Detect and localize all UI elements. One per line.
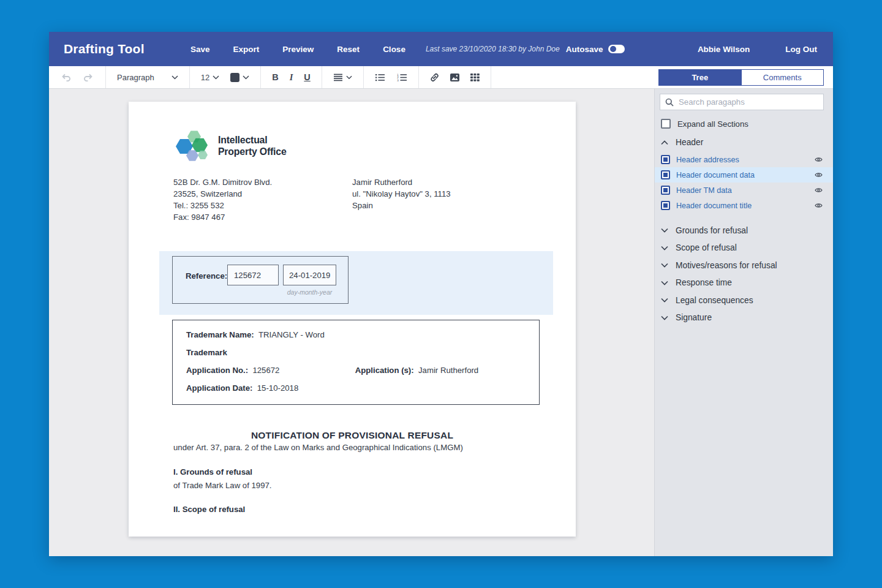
chevron-up-icon bbox=[661, 140, 668, 145]
section-label: Motives/reasons for refusal bbox=[676, 261, 777, 270]
alignment-dropdown[interactable] bbox=[332, 72, 353, 83]
tree-sidebar: Expand all Sections Header Header addres… bbox=[654, 89, 833, 556]
section1-title: I. Grounds of refusal bbox=[173, 467, 252, 477]
chevron-down-icon bbox=[243, 75, 249, 80]
bold-button[interactable]: B bbox=[271, 71, 279, 83]
visibility-eye-icon[interactable] bbox=[814, 156, 823, 163]
export-button[interactable]: Export bbox=[233, 45, 260, 54]
application-no: Application No.: 125672 bbox=[186, 365, 353, 376]
font-size-dropdown[interactable]: 12 bbox=[200, 72, 221, 83]
ipo-logo-icon bbox=[173, 129, 210, 163]
tab-tree[interactable]: Tree bbox=[658, 69, 742, 86]
item-checkbox[interactable] bbox=[661, 186, 670, 195]
last-save-status: Last save 23/10/2020 18:30 by John Doe bbox=[426, 45, 560, 53]
item-label: Header TM data bbox=[676, 186, 808, 195]
document-title: NOTIFICATION OF PROVISIONAL REFUSAL bbox=[129, 430, 576, 441]
chevron-down-icon bbox=[661, 298, 668, 303]
tree-item-header-document-title[interactable]: Header document title bbox=[655, 198, 833, 213]
italic-button[interactable]: I bbox=[288, 71, 295, 84]
trademark-type-label: Trademark bbox=[186, 347, 526, 358]
header-items-list: Header addresses Header document data He… bbox=[655, 152, 833, 213]
insert-link-button[interactable] bbox=[429, 72, 440, 83]
list-group: 123 bbox=[364, 66, 419, 88]
item-checkbox[interactable] bbox=[661, 155, 670, 164]
search-box[interactable] bbox=[660, 94, 824, 110]
visibility-eye-icon[interactable] bbox=[814, 187, 823, 194]
bullet-list-icon bbox=[375, 74, 385, 81]
chevron-down-icon bbox=[172, 75, 178, 80]
close-button[interactable]: Close bbox=[383, 45, 405, 54]
link-icon bbox=[430, 73, 439, 82]
preview-button[interactable]: Preview bbox=[282, 45, 314, 54]
section-signature[interactable]: Signature bbox=[655, 309, 833, 327]
user-menu[interactable]: Abbie Wilson bbox=[698, 45, 750, 54]
logo-wordmark: Intellectual Property Office bbox=[218, 134, 287, 158]
address-line: 23525, Switzerland bbox=[173, 188, 352, 200]
table-icon bbox=[470, 74, 480, 81]
section-grounds-for-refusal[interactable]: Grounds for refusal bbox=[655, 222, 833, 239]
section-motives-reasons[interactable]: Motives/reasons for refusal bbox=[655, 257, 833, 274]
section-label: Scope of refusal bbox=[676, 243, 737, 252]
application-no-value: 125672 bbox=[252, 366, 279, 375]
autosave-label: Autosave bbox=[566, 45, 603, 54]
section-response-time[interactable]: Response time bbox=[655, 274, 833, 292]
search-input[interactable] bbox=[679, 97, 818, 107]
save-button[interactable]: Save bbox=[190, 45, 210, 54]
section-scope-of-refusal[interactable]: Scope of refusal bbox=[655, 239, 833, 257]
item-checkbox[interactable] bbox=[661, 201, 670, 210]
header-document-data-block[interactable]: Reference: 125672 24-01-2019 day-month-y… bbox=[159, 251, 553, 315]
trademark-data-block[interactable]: Trademark Name: TRIANGLY - Word Trademar… bbox=[172, 320, 540, 405]
header-addresses[interactable]: 52B Dr. G.M. Dimitrov Blvd. 23525, Switz… bbox=[173, 176, 451, 223]
expand-all-checkbox[interactable] bbox=[661, 119, 671, 129]
collapsed-sections-list: Grounds for refusal Scope of refusal Mot… bbox=[655, 222, 833, 326]
reference-number-field[interactable]: 125672 bbox=[227, 265, 279, 285]
visibility-eye-icon[interactable] bbox=[814, 202, 823, 209]
section-label: Legal consequences bbox=[676, 296, 753, 305]
section-label: Grounds for refusal bbox=[676, 226, 748, 235]
undo-redo-group bbox=[49, 66, 106, 88]
reference-date-field[interactable]: 24-01-2019 bbox=[283, 265, 336, 285]
chevron-down-icon bbox=[661, 246, 668, 251]
reset-button[interactable]: Reset bbox=[337, 45, 360, 54]
document-canvas[interactable]: Intellectual Property Office 52B Dr. G.M… bbox=[49, 89, 654, 556]
tree-item-header-addresses[interactable]: Header addresses bbox=[655, 152, 833, 167]
chevron-down-icon bbox=[661, 228, 668, 233]
tree-item-header-document-data[interactable]: Header document data bbox=[655, 167, 833, 183]
insert-image-button[interactable] bbox=[449, 72, 461, 83]
numbered-list-icon: 123 bbox=[396, 74, 407, 81]
paragraph-style-dropdown[interactable]: Paragraph bbox=[116, 72, 179, 83]
align-icon bbox=[333, 74, 343, 81]
item-checkbox[interactable] bbox=[661, 170, 670, 179]
logo-block: Intellectual Property Office bbox=[173, 129, 289, 163]
numbered-list-button[interactable]: 123 bbox=[395, 72, 409, 83]
underline-button[interactable]: U bbox=[303, 71, 311, 83]
applicant: Application (s): Jamir Rutherford bbox=[355, 366, 479, 375]
visibility-eye-icon[interactable] bbox=[814, 172, 823, 178]
autosave-control: Autosave bbox=[566, 45, 625, 54]
logo-line2: Property Office bbox=[218, 146, 287, 157]
application-date-value: 15-10-2018 bbox=[257, 383, 298, 393]
logout-button[interactable]: Log Out bbox=[785, 45, 817, 54]
recipient-address: Jamir Rutherford ul. "Nikolay Haytov" 3,… bbox=[352, 176, 451, 223]
section1-text: of Trade Mark Law of 1997. bbox=[173, 481, 272, 490]
document-page[interactable]: Intellectual Property Office 52B Dr. G.M… bbox=[129, 102, 576, 537]
redo-button[interactable] bbox=[81, 72, 94, 83]
trademark-name-label: Trademark Name: bbox=[186, 330, 254, 339]
chevron-down-icon bbox=[661, 281, 668, 285]
expand-all-sections[interactable]: Expand all Sections bbox=[661, 119, 833, 129]
trademark-name-row: Trademark Name: TRIANGLY - Word bbox=[186, 330, 526, 341]
font-group: 12 bbox=[190, 66, 261, 88]
chevron-down-icon bbox=[213, 75, 219, 80]
undo-button[interactable] bbox=[60, 72, 73, 83]
item-label: Header document title bbox=[676, 202, 808, 210]
text-color-dropdown[interactable] bbox=[229, 72, 251, 83]
applicant-value: Jamir Rutherford bbox=[418, 366, 478, 375]
bullet-list-button[interactable] bbox=[374, 72, 386, 83]
section-legal-consequences[interactable]: Legal consequences bbox=[655, 292, 833, 309]
autosave-toggle[interactable] bbox=[608, 45, 625, 53]
reference-label: Reference: bbox=[186, 271, 227, 281]
tab-comments[interactable]: Comments bbox=[742, 69, 824, 86]
insert-table-button[interactable] bbox=[469, 72, 481, 83]
section-header[interactable]: Header bbox=[661, 138, 833, 147]
tree-item-header-tm-data[interactable]: Header TM data bbox=[655, 183, 833, 198]
